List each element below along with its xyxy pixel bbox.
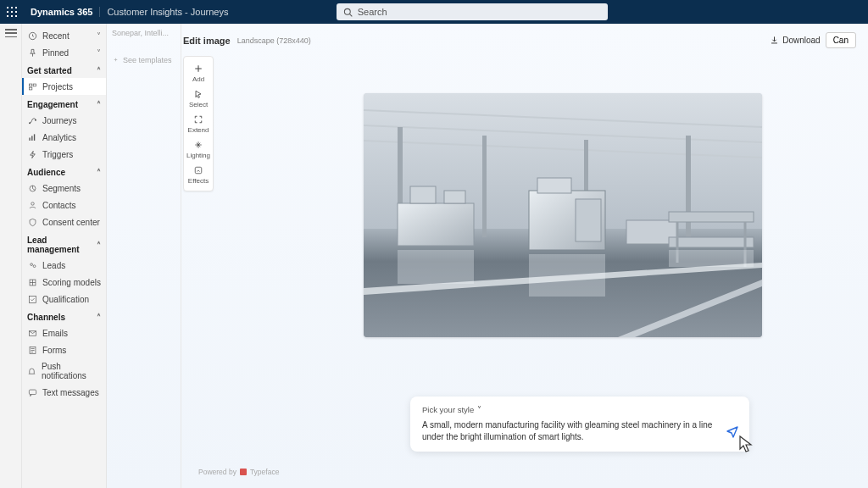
svg-point-23 <box>33 264 36 267</box>
sidebar-item-label: Recent <box>42 31 70 41</box>
sidebar-item-label: Consent center <box>42 218 100 227</box>
check-icon <box>27 294 37 304</box>
group-get-started[interactable]: Get started˄ <box>22 61 106 78</box>
svg-rect-5 <box>15 11 17 13</box>
svg-rect-18 <box>31 136 32 141</box>
sidebar-item-label: Emails <box>42 329 68 338</box>
see-templates-link[interactable]: See templates <box>112 56 175 64</box>
svg-rect-8 <box>15 15 17 17</box>
sidebar-item-label: Projects <box>42 82 73 92</box>
sidebar-item-label: Analytics <box>42 133 76 142</box>
bell-icon <box>27 366 36 376</box>
sidebar-item-segments[interactable]: Segments <box>22 180 106 197</box>
pin-icon <box>27 47 37 58</box>
sidebar-item-label: Pinned <box>42 48 69 58</box>
tool-add[interactable]: Add <box>184 60 213 86</box>
sidebar-item-label: Scoring models <box>42 278 101 287</box>
sidebar-item-projects[interactable]: Projects <box>22 78 106 95</box>
hamburger-icon[interactable] <box>5 29 17 37</box>
brand-name[interactable]: Dynamics 365 <box>24 7 99 17</box>
svg-rect-0 <box>7 7 8 8</box>
search-input[interactable]: Search <box>337 3 608 20</box>
sidebar-item-pinned[interactable]: Pinned ˅ <box>22 44 106 61</box>
svg-rect-3 <box>7 11 8 13</box>
sidebar-item-recent[interactable]: Recent ˅ <box>22 27 106 44</box>
chevron-up-icon: ˄ <box>97 66 101 75</box>
svg-point-22 <box>30 263 32 265</box>
page-title: Edit image <box>183 36 231 46</box>
shield-icon <box>27 217 37 227</box>
svg-rect-7 <box>11 15 13 17</box>
chevron-up-icon: ˄ <box>97 313 101 322</box>
tool-effects[interactable]: Effects <box>184 162 213 187</box>
svg-rect-40 <box>410 186 436 203</box>
svg-rect-2 <box>15 7 17 8</box>
sidebar-item-journeys[interactable]: Journeys <box>22 112 106 129</box>
canvas-subtitle: Landscape (728x440) <box>237 36 311 45</box>
sidebar-item-consent[interactable]: Consent center <box>22 214 106 230</box>
prompt-text[interactable]: A small, modern manufacturing facility w… <box>422 419 737 443</box>
tool-select[interactable]: Select <box>184 86 213 111</box>
plus-icon <box>192 63 204 75</box>
app-crumb[interactable]: Customer Insights - Journeys <box>99 7 228 17</box>
effects-icon <box>192 164 204 176</box>
forms-icon <box>27 345 37 355</box>
sidebar-item-leads[interactable]: Leads <box>22 257 106 274</box>
cursor-icon <box>192 88 204 100</box>
group-engagement[interactable]: Engagement˄ <box>22 95 106 112</box>
chevron-up-icon: ˄ <box>97 100 101 109</box>
search-icon <box>343 8 353 17</box>
download-button[interactable]: Download <box>770 36 820 45</box>
svg-rect-25 <box>29 296 36 302</box>
sidebar-item-scoring[interactable]: Scoring models <box>22 274 106 291</box>
sms-icon <box>27 387 37 397</box>
sidebar-item-qualification[interactable]: Qualification <box>22 291 106 308</box>
chevron-down-icon: ˅ <box>97 31 101 41</box>
contact-icon <box>27 200 37 210</box>
light-icon <box>192 139 204 151</box>
tool-extend[interactable]: Extend <box>184 111 213 136</box>
sidebar-item-label: Triggers <box>42 150 73 159</box>
group-channels[interactable]: Channels˄ <box>22 308 106 324</box>
cancel-button[interactable]: Can <box>826 32 856 48</box>
app-launcher-icon[interactable] <box>0 7 24 17</box>
sidebar-item-emails[interactable]: Emails <box>22 324 106 341</box>
bolt-icon <box>27 149 37 159</box>
sidebar-item-analytics[interactable]: Analytics <box>22 129 106 146</box>
svg-rect-13 <box>33 84 36 86</box>
sparkle-icon <box>112 57 120 64</box>
templates-column: Sonepar, Intelli... See templates <box>107 24 181 488</box>
powered-by: Powered by Typeface <box>198 468 279 476</box>
sidebar-item-label: Segments <box>42 184 81 193</box>
sidebar-item-label: Contacts <box>42 201 75 210</box>
chart-icon <box>27 132 37 142</box>
sidebar-item-sms[interactable]: Text messages <box>22 384 106 401</box>
sidebar-item-contacts[interactable]: Contacts <box>22 197 106 214</box>
breadcrumb[interactable]: Sonepar, Intelli... <box>112 29 175 37</box>
route-icon <box>27 115 37 125</box>
sidebar-item-label: Leads <box>42 261 65 270</box>
svg-rect-4 <box>11 11 13 13</box>
sidebar-item-forms[interactable]: Forms <box>22 341 106 358</box>
pick-style-dropdown[interactable]: Pick your style ˅ <box>422 405 737 414</box>
svg-rect-36 <box>482 136 487 237</box>
group-lead[interactable]: Lead management˄ <box>22 230 106 257</box>
group-audience[interactable]: Audience˄ <box>22 163 106 180</box>
svg-rect-50 <box>398 250 474 284</box>
icon-rail <box>0 24 22 488</box>
svg-rect-19 <box>33 134 34 141</box>
svg-rect-28 <box>29 390 36 395</box>
chevron-down-icon: ˅ <box>477 405 481 414</box>
sidebar-item-label: Forms <box>42 346 66 355</box>
prompt-card: Pick your style ˅ A small, modern manufa… <box>410 396 749 452</box>
tool-lighting[interactable]: Lighting <box>184 136 213 162</box>
chevron-down-icon: ˅ <box>97 48 101 58</box>
svg-rect-44 <box>576 199 601 241</box>
svg-rect-46 <box>669 212 754 222</box>
search-placeholder: Search <box>358 7 387 17</box>
generated-image[interactable] <box>364 93 762 337</box>
download-icon <box>770 36 779 45</box>
sidebar-item-triggers[interactable]: Triggers <box>22 146 106 163</box>
chevron-up-icon: ˄ <box>97 168 101 177</box>
sidebar-item-push[interactable]: Push notifications <box>22 358 106 384</box>
